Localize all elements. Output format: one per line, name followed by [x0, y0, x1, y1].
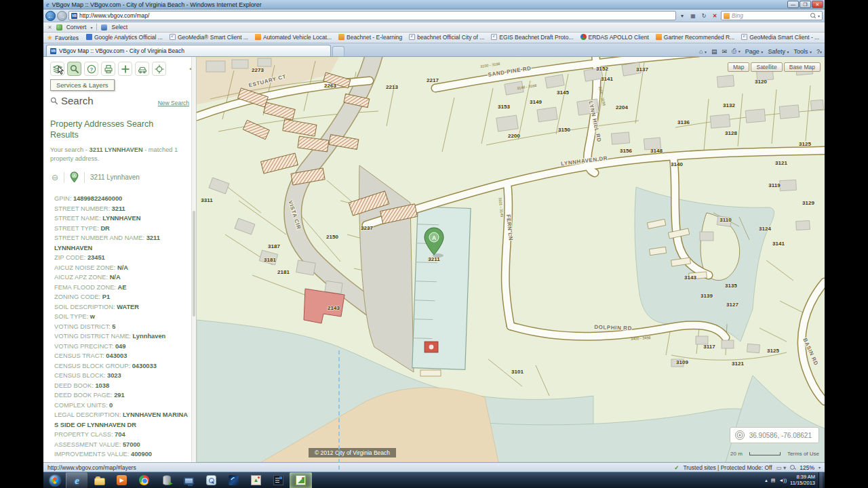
coordinates-box: 36.90586, -76.08621 — [730, 427, 819, 443]
address-url[interactable]: http://www.vbgov.com/map/ — [79, 12, 149, 19]
taskbar-internet-explorer[interactable]: e — [66, 472, 88, 488]
favorite-link[interactable]: GeoMedia® Smart Client ... — [170, 34, 248, 41]
parcel-label: 2263 — [324, 83, 336, 89]
result-address[interactable]: 3211 Lynnhaven — [90, 174, 140, 181]
address-bar[interactable]: VB http://www.vbgov.com/map/ — [68, 11, 676, 20]
search-icon[interactable] — [810, 13, 816, 18]
help-icon[interactable]: ?▾ — [816, 48, 822, 55]
taskbar-chrome[interactable] — [133, 472, 155, 488]
property-field: GPIN: 14899822460000 — [54, 194, 191, 204]
favorite-link[interactable]: EGIS Beachnet Draft Proto... — [491, 34, 573, 41]
favorite-link[interactable]: Gartner Recommended R... — [656, 34, 734, 41]
stop-icon[interactable]: ✕ — [710, 11, 719, 20]
search-box[interactable]: Bing ▾ — [721, 11, 823, 20]
search-section-title: Search — [50, 95, 94, 106]
locate-target-icon[interactable] — [734, 430, 745, 441]
back-button[interactable]: ← — [45, 11, 56, 21]
search-dropdown-icon[interactable]: ▾ — [818, 14, 820, 18]
select-button[interactable]: Select — [111, 24, 127, 30]
read-mail-icon[interactable]: ✉ — [722, 48, 728, 55]
refresh-icon[interactable]: ↻ — [699, 11, 709, 20]
add-tool-button[interactable] — [118, 62, 132, 76]
taskbar: e▶▲ ▴ ▤ ◄)) 8:39 AM 11/15/2013 — [43, 472, 825, 488]
ie-page-icon — [409, 34, 415, 40]
property-field: LEGAL DESCRIPTION: LYNNHAVEN MARINA S SI… — [54, 410, 191, 430]
minimize-button[interactable]: — — [787, 1, 799, 8]
favorite-link[interactable]: GeoMedia Smart Client - ... — [741, 34, 819, 41]
page-menu[interactable]: Page ▾ — [745, 48, 764, 55]
close-toolbar-icon[interactable]: ✕ — [47, 24, 52, 30]
parcel-label: 3120 — [755, 79, 767, 85]
favorite-link[interactable]: beachnet Official City of ... — [409, 34, 484, 41]
remove-result-icon[interactable]: ⊖ — [52, 173, 58, 182]
taskbar-apollo-app[interactable]: ▲ — [245, 472, 267, 488]
result-row[interactable]: ⊖ A 3211 Lynnhaven — [43, 165, 196, 188]
zoom-dropdown-icon[interactable]: ▾ — [818, 465, 821, 470]
feeds-icon[interactable]: ▤ — [711, 48, 717, 55]
compatibility-view-icon[interactable]: ▦ — [688, 11, 698, 20]
locate-tool-button[interactable] — [152, 62, 166, 76]
toolbar-separator — [96, 24, 97, 30]
map-type-map[interactable]: Map — [728, 62, 750, 72]
address-dropdown-icon[interactable]: ▾ — [677, 11, 687, 20]
title-bar[interactable]: e VBgov Map :: VBgov.com - City of Virgi… — [43, 0, 825, 9]
parcel-label: 3139 — [701, 293, 713, 299]
taskbar-grid-app[interactable] — [267, 472, 290, 488]
tray-network-icon[interactable]: ▤ — [771, 478, 776, 483]
zoom-monitor-icon[interactable]: ▭ ▾ — [776, 464, 787, 471]
taskbar-media-player[interactable]: ▶ — [111, 472, 133, 488]
favorite-link[interactable]: ERDAS APOLLO Client — [580, 34, 649, 41]
map-type-satellite[interactable]: Satellite — [751, 62, 782, 72]
property-field: DEED BOOK PAGE: 291 — [54, 390, 191, 401]
taskbar-windows-explorer[interactable] — [88, 472, 111, 488]
tray-volume-icon[interactable]: ◄)) — [778, 478, 787, 483]
map-type-base-map[interactable]: Base Map — [784, 62, 821, 72]
zoom-icon[interactable] — [790, 465, 795, 470]
show-desktop-button[interactable] — [818, 472, 823, 488]
parcel-label: 2273 — [252, 67, 264, 73]
tray-expand-icon[interactable]: ▴ — [765, 478, 768, 483]
screen: e VBgov Map :: VBgov.com - City of Virgi… — [0, 0, 868, 488]
tab-vbgov-map[interactable]: VB VBgov Map :: VBgov.com - City of Virg… — [46, 45, 331, 56]
favorite-link[interactable]: Google Analytics Official ... — [86, 34, 163, 41]
search-placeholder[interactable]: Bing — [732, 12, 808, 19]
parcel-label: 3121 — [775, 160, 787, 166]
favorites-bar: ★ Favorites Google Analytics Official ..… — [43, 33, 825, 43]
property-field: STREET TYPE: DR — [54, 224, 191, 234]
taskbar-geomedia[interactable] — [290, 472, 312, 488]
help-tool-button[interactable]: ? — [84, 62, 98, 76]
search-tool-button[interactable] — [67, 62, 81, 76]
safety-menu[interactable]: Safety ▾ — [768, 48, 789, 55]
sidebar-scrollbar[interactable] — [191, 57, 196, 462]
print-icon[interactable]: ⎙ ▾ — [732, 47, 741, 55]
scrollbar-thumb[interactable] — [193, 211, 195, 316]
close-button[interactable]: ✕ — [812, 1, 823, 8]
map-canvas[interactable]: ESTUARY CTSAND PINE RDLYNN HILL RDLYNNHA… — [197, 57, 825, 462]
convert-dropdown-icon[interactable]: ▾ — [90, 25, 92, 30]
maximize-button[interactable]: ❐ — [800, 1, 811, 8]
vehicle-tool-button[interactable] — [135, 62, 149, 76]
favorites-label[interactable]: Favorites — [55, 35, 79, 41]
clock[interactable]: 8:39 AM 11/15/2013 — [790, 474, 815, 486]
tools-menu[interactable]: Tools ▾ — [793, 48, 812, 55]
taskbar-database-tool[interactable] — [155, 472, 178, 488]
favorite-link[interactable]: Automated Vehicle Locat... — [255, 34, 332, 41]
taskbar-blue-app[interactable] — [222, 472, 245, 488]
favorites-star-icon[interactable]: ★ — [47, 34, 53, 41]
print-tool-button[interactable] — [101, 62, 115, 76]
convert-button[interactable]: Convert — [66, 24, 87, 30]
sidebar-toolbar: ? — [43, 57, 196, 79]
property-field: STREET NUMBER AND NAME: 3211 LYNNHAVEN — [54, 233, 191, 253]
taskbar-remote-desktop[interactable] — [178, 472, 200, 488]
home-icon[interactable]: ⌂ ▾ — [699, 48, 707, 55]
favorite-link[interactable]: Beachnet - E-learning — [338, 34, 402, 41]
parcel-label: 3153 — [498, 104, 510, 110]
zoom-level[interactable]: 125% — [800, 464, 814, 471]
terms-link[interactable]: Terms of Use — [787, 451, 819, 457]
new-search-link[interactable]: New Search — [158, 100, 189, 106]
search-summary: Your search - 3211 LYNNHAVEN - matched 1… — [43, 142, 196, 165]
forward-button[interactable]: → — [57, 11, 67, 21]
taskbar-start[interactable] — [43, 472, 66, 488]
taskbar-search-tool[interactable] — [200, 472, 222, 488]
new-tab-button[interactable] — [332, 46, 344, 56]
